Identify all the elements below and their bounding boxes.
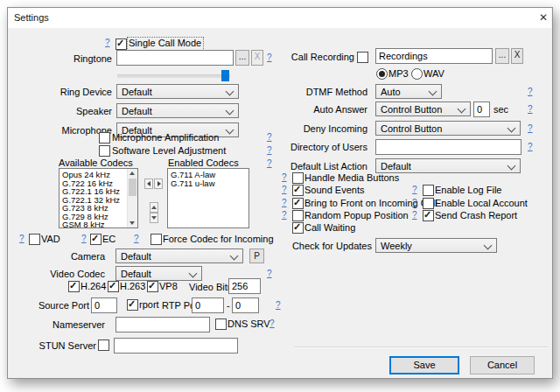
video-bitrate-input[interactable]	[228, 278, 261, 294]
help-link-handle-media[interactable]: ?	[282, 172, 287, 183]
help-link-crash-report[interactable]: ?	[412, 210, 417, 220]
directory-of-users-input[interactable]	[375, 139, 522, 155]
scroll-up-icon[interactable]	[128, 169, 137, 178]
available-codecs-list[interactable]: Opus 24 kHz G.722 16 kHz G.722.1 16 kHz …	[59, 168, 138, 228]
codec-remove-button[interactable]	[144, 178, 153, 189]
mp3-radio[interactable]	[376, 68, 388, 80]
help-link-single-call-mode[interactable]: ?	[105, 38, 110, 48]
source-port-label: Source Port	[35, 300, 89, 312]
wav-radio[interactable]	[411, 68, 423, 80]
rtp-port-to-input[interactable]	[232, 298, 259, 313]
scrollbar-thumb[interactable]	[129, 178, 136, 196]
help-link-software-level[interactable]: ?	[267, 145, 272, 156]
nameserver-label: Nameserver	[35, 319, 105, 331]
software-level-adjustment-checkbox[interactable]	[99, 145, 110, 157]
force-codec-checkbox[interactable]	[150, 234, 162, 245]
dtmf-method-select[interactable]: Auto	[375, 84, 442, 99]
help-link-nameserver[interactable]: ?	[270, 318, 275, 329]
nameserver-input[interactable]	[116, 317, 210, 332]
help-link-enable-local[interactable]: ?	[412, 198, 417, 208]
list-item[interactable]: GSM 8 kHz	[60, 220, 137, 228]
window-title: Settings	[14, 12, 49, 23]
help-link-random-popup[interactable]: ?	[282, 210, 287, 220]
vad-checkbox[interactable]	[29, 234, 40, 245]
video-codec-label: Video Codec	[35, 269, 105, 280]
bring-to-front-checkbox[interactable]	[292, 198, 304, 209]
scroll-down-icon[interactable]	[128, 219, 137, 228]
ec-checkbox[interactable]	[90, 234, 102, 245]
software-level-adjustment-label: Software Level Adjustment	[112, 145, 226, 157]
source-port-input[interactable]	[91, 298, 117, 313]
rport-checkbox[interactable]	[127, 299, 138, 311]
help-link-video-codec[interactable]: ?	[267, 269, 272, 279]
help-link-deny-incoming[interactable]: ?	[528, 123, 533, 134]
ringtone-volume-slider-thumb[interactable]	[221, 70, 229, 81]
list-item[interactable]: G.711 u-law	[169, 179, 248, 188]
help-link-ringtone[interactable]: ?	[267, 52, 272, 63]
help-link-sound-events[interactable]: ?	[282, 185, 287, 195]
deny-incoming-select[interactable]: Control Button	[375, 121, 521, 136]
single-call-mode-label[interactable]: Single Call Mode	[128, 38, 203, 50]
help-link-enable-log[interactable]: ?	[412, 185, 417, 195]
help-link-bring-front[interactable]: ?	[282, 198, 287, 208]
camera-preview-button[interactable]: P	[249, 248, 264, 263]
codec-move-up-button[interactable]	[150, 202, 158, 213]
ringtone-browse-button[interactable]: ...	[235, 50, 249, 66]
close-icon[interactable]: ✕	[536, 10, 551, 25]
codec-move-down-button[interactable]	[150, 213, 158, 223]
arrow-right-icon	[158, 181, 161, 186]
enable-log-file-checkbox[interactable]	[423, 185, 434, 196]
codec-add-button[interactable]	[154, 178, 163, 189]
random-popup-checkbox[interactable]	[292, 210, 304, 221]
ringtone-clear-button[interactable]: X	[251, 50, 263, 66]
help-link-vad[interactable]: ?	[19, 234, 24, 244]
help-link-force-codec[interactable]: ?	[134, 234, 139, 244]
camera-select[interactable]: Default	[116, 248, 243, 263]
ec-label: EC	[102, 234, 116, 245]
help-link-dtmf[interactable]: ?	[528, 87, 533, 97]
dns-srv-checkbox[interactable]	[215, 318, 227, 330]
ringtone-volume-slider[interactable]	[117, 74, 230, 78]
enabled-codecs-list[interactable]: G.711 A-law G.711 u-law	[167, 168, 249, 228]
stun-server-checkbox[interactable]	[98, 340, 109, 351]
enable-local-account-label: Enable Local Account	[435, 198, 528, 209]
stun-server-input[interactable]	[114, 338, 238, 354]
call-recording-folder-input[interactable]	[375, 48, 493, 64]
default-list-action-select[interactable]: Default	[375, 158, 521, 173]
auto-answer-seconds-input[interactable]	[473, 102, 490, 117]
vp8-checkbox[interactable]	[147, 281, 158, 292]
mp3-label: MP3	[388, 68, 409, 80]
speaker-select[interactable]: Default	[116, 103, 239, 118]
video-codec-select[interactable]: Default	[116, 266, 202, 281]
help-link-rtp-ports[interactable]: ?	[276, 300, 281, 311]
chevron-down-icon	[226, 88, 234, 96]
rtp-port-from-input[interactable]	[192, 298, 224, 313]
single-call-mode-checkbox[interactable]	[116, 38, 127, 50]
help-link-codecs[interactable]: ?	[267, 158, 272, 169]
save-button[interactable]: Save	[389, 356, 459, 374]
h264-checkbox[interactable]	[68, 281, 80, 292]
send-crash-report-checkbox[interactable]	[423, 210, 434, 221]
check-for-updates-select[interactable]: Weekly	[375, 238, 497, 253]
help-link-directory[interactable]: ?	[528, 142, 533, 152]
h264-label: H.264	[80, 281, 106, 292]
h263-checkbox[interactable]	[108, 281, 119, 292]
call-recording-browse-button[interactable]: ...	[495, 48, 509, 64]
auto-answer-select[interactable]: Control Button	[375, 102, 471, 116]
sound-events-checkbox[interactable]	[292, 185, 304, 196]
call-waiting-checkbox[interactable]	[292, 222, 304, 234]
stun-server-label: STUN Server	[26, 340, 96, 352]
microphone-amplification-checkbox[interactable]	[99, 132, 110, 144]
call-recording-checkbox[interactable]	[357, 52, 368, 63]
enable-local-account-checkbox[interactable]	[423, 198, 434, 209]
help-link-mic-amplification[interactable]: ?	[267, 132, 272, 143]
ring-device-select[interactable]: Default	[116, 84, 239, 99]
call-recording-clear-button[interactable]: X	[511, 48, 523, 64]
help-link-ec[interactable]: ?	[81, 234, 87, 244]
cancel-button[interactable]: Cancel	[470, 356, 535, 374]
ringtone-input[interactable]	[116, 50, 234, 66]
codec-list-scrollbar[interactable]	[127, 169, 137, 228]
help-link-auto-answer[interactable]: ?	[528, 104, 533, 115]
titlebar[interactable]	[8, 8, 551, 28]
handle-media-buttons-checkbox[interactable]	[292, 172, 304, 184]
